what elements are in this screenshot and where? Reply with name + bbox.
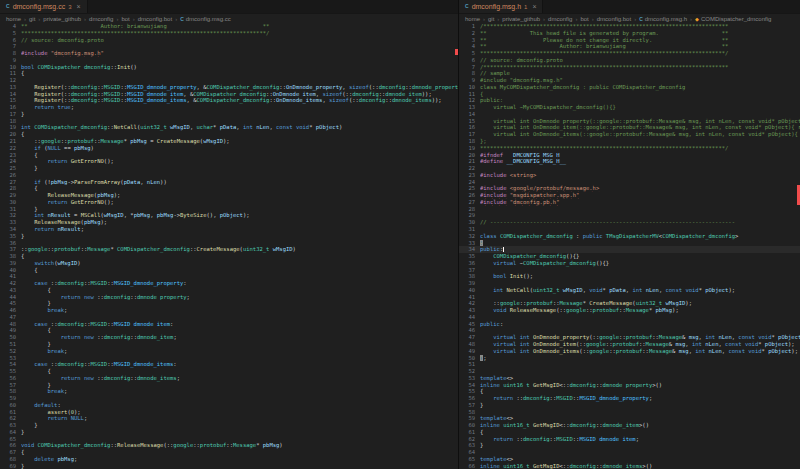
line-number: 57 xyxy=(459,402,480,409)
line-number: 23 xyxy=(0,152,21,159)
line-number: 63 xyxy=(0,422,21,429)
close-icon[interactable]: × xyxy=(77,3,81,10)
code-line: 8#include "dmconfig.msg.h" xyxy=(0,50,458,57)
breadcrumb-separator-icon: › xyxy=(24,16,26,22)
breadcrumb-right: home›git›private_github›dmconfig›bot›dmc… xyxy=(459,14,800,23)
breadcrumb-item[interactable]: Cdmconfig.msg.h xyxy=(639,16,687,22)
breadcrumb-item[interactable]: dmconfig xyxy=(89,16,113,22)
breadcrumb-item[interactable]: home xyxy=(465,16,480,22)
tab-dmconfig-msg-cc[interactable]: C dmconfig.msg.cc 3 × xyxy=(0,0,88,13)
code-line: 49 virtual int OnDmnode_items(::google::… xyxy=(459,348,800,355)
breadcrumb-separator-icon: › xyxy=(690,16,692,22)
code-line: 41 xyxy=(459,294,800,301)
line-number: 47 xyxy=(0,314,21,321)
code-line: 48 virtual int OnDmnode_item(::google::p… xyxy=(459,341,800,348)
line-number: 61 xyxy=(0,409,21,416)
code-line: 22 if (NULL == pbMsg) xyxy=(0,145,458,152)
editor-group-right: C dmconfig.msg.h 1 × home›git›private_gi… xyxy=(458,0,800,469)
line-number: 64 xyxy=(459,449,480,456)
code-line: 64} xyxy=(0,429,458,436)
line-number: 31 xyxy=(0,206,21,213)
code-line: 65 xyxy=(0,436,458,443)
code-editor-left[interactable]: 4** Author: brianwujiang **5************… xyxy=(0,23,458,469)
code-line: 55 { xyxy=(0,368,458,375)
breadcrumb-item[interactable]: home xyxy=(6,16,21,22)
line-number: 7 xyxy=(0,43,21,50)
code-line: 15 Register(::dmconfig::MSGID::MSGID_dmn… xyxy=(0,97,458,104)
line-number: 6 xyxy=(0,37,21,44)
code-line: 41 xyxy=(0,273,458,280)
editor-group-left: C dmconfig.msg.cc 3 × home›git›private_g… xyxy=(0,0,458,469)
line-number: 18 xyxy=(459,138,480,145)
close-icon[interactable]: × xyxy=(532,3,536,10)
code-editor-right[interactable]: 1/**************************************… xyxy=(459,23,800,469)
line-number: 65 xyxy=(459,456,480,463)
line-number: 13 xyxy=(0,84,21,91)
breadcrumb-separator-icon: › xyxy=(133,16,135,22)
code-line: 52 break; xyxy=(0,348,458,355)
line-number: 38 xyxy=(459,273,480,280)
code-line: 65template<> xyxy=(459,456,800,463)
line-number: 2 xyxy=(459,30,480,37)
code-line: 39 switch(wMsgID) xyxy=(0,260,458,267)
line-number: 9 xyxy=(0,57,21,64)
code-line: 62 return NULL; xyxy=(0,415,458,422)
line-number: 66 xyxy=(459,463,480,469)
overview-error-marker xyxy=(455,49,458,55)
line-number: 45 xyxy=(0,300,21,307)
breadcrumb-item[interactable]: dmconfig.bot xyxy=(138,16,172,22)
breadcrumb-item[interactable]: Cdmconfig.msg.cc xyxy=(180,16,231,22)
breadcrumb-item[interactable]: bot xyxy=(580,16,588,22)
breadcrumb-item[interactable]: private_github xyxy=(502,16,540,22)
code-line: 63} xyxy=(459,442,800,449)
code-line: 4** Author: brianwujiang ** xyxy=(0,23,458,30)
code-line: 44 return new ::dmconfig::dmnode_propert… xyxy=(0,294,458,301)
breadcrumb-item[interactable]: git xyxy=(488,16,494,22)
line-number: 20 xyxy=(459,152,480,159)
line-number: 53 xyxy=(0,355,21,362)
problems-badge: 1 xyxy=(524,4,527,10)
tab-dmconfig-msg-h[interactable]: C dmconfig.msg.h 1 × xyxy=(459,0,543,13)
code-line: 12 xyxy=(0,77,458,84)
breadcrumb-item[interactable]: private_github xyxy=(43,16,81,22)
line-number: 21 xyxy=(459,158,480,165)
line-number: 48 xyxy=(459,341,480,348)
problems-badge: 3 xyxy=(68,4,71,10)
code-line: 33{ xyxy=(459,240,800,247)
code-line: 46 break; xyxy=(0,307,458,314)
breadcrumb-separator-icon: › xyxy=(575,16,577,22)
line-number: 22 xyxy=(0,145,21,152)
error-squiggle: #include "dmconfig.pb.h" xyxy=(480,199,559,205)
code-line: 10bool COMDispatcher_dmconfig::Init() xyxy=(0,64,458,71)
breadcrumb-item[interactable]: git xyxy=(29,16,35,22)
code-line: 6// source: dmconfig.proto xyxy=(0,37,458,44)
tab-label: dmconfig.msg.h xyxy=(472,3,521,10)
code-line: 28 xyxy=(459,206,800,213)
line-number: 33 xyxy=(459,240,480,247)
line-number: 12 xyxy=(459,97,480,104)
breadcrumb-item[interactable]: bot xyxy=(121,16,129,22)
breadcrumb-separator-icon: › xyxy=(543,16,545,22)
breadcrumb-item[interactable]: dmconfig xyxy=(548,16,572,22)
line-number: 25 xyxy=(459,185,480,192)
code-line: 68 delete pbMsg; xyxy=(0,456,458,463)
code-line: 30// -----------------------------------… xyxy=(459,219,800,226)
code-line: 54 case ::dmconfig::MSGID::MSGID_dmnode_… xyxy=(0,361,458,368)
breadcrumb-item[interactable]: ◆COMDispatcher_dmconfig xyxy=(695,16,771,22)
code-line: 47 virtual int OnDmnode_property(::googl… xyxy=(459,334,800,341)
code-line: 35 COMDispatcher_dmconfig(){} xyxy=(459,253,800,260)
line-number: 17 xyxy=(459,131,480,138)
code-line: 44 xyxy=(459,314,800,321)
code-line: 10class MyCOMDispatcher_dmconfig : publi… xyxy=(459,84,800,91)
line-number: 52 xyxy=(0,348,21,355)
line-number: 57 xyxy=(0,382,21,389)
code-line: 6// source: dmconfig.proto xyxy=(459,57,800,64)
code-line: 13 Register(::dmconfig::MSGID::MSGID_dmn… xyxy=(0,84,458,91)
code-line: 34public: xyxy=(459,246,800,253)
cpp-file-icon: C xyxy=(6,3,10,10)
breadcrumb-item[interactable]: dmconfig.bot xyxy=(597,16,631,22)
code-line: 59 xyxy=(0,395,458,402)
cpp-file-icon: C xyxy=(465,3,469,10)
line-number: 10 xyxy=(0,64,21,71)
line-number: 56 xyxy=(0,375,21,382)
